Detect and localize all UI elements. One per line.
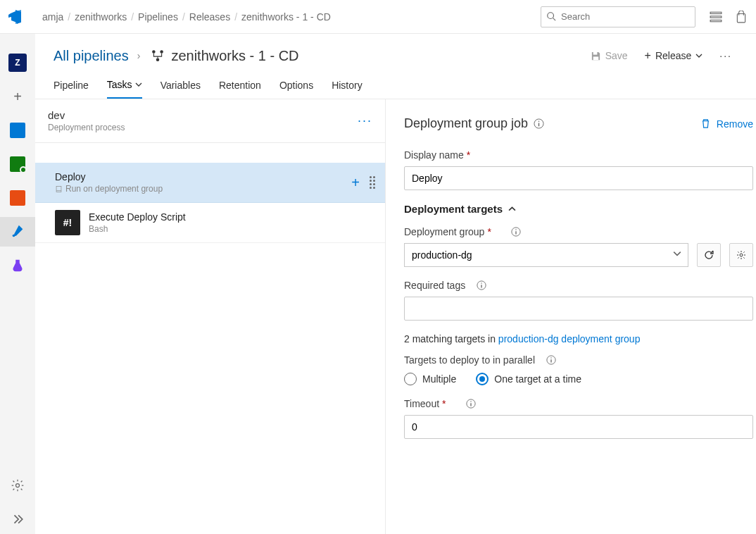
add-project-button[interactable]: + <box>0 82 35 111</box>
manage-button[interactable] <box>729 243 753 267</box>
field-display-name: Display name * <box>404 149 756 190</box>
tab-tasks[interactable]: Tasks <box>107 72 142 99</box>
nav-pipelines[interactable] <box>0 217 35 247</box>
server-icon <box>55 185 63 193</box>
task-title: Execute Deploy Script <box>89 211 375 223</box>
stage-more-button[interactable]: ··· <box>358 113 372 128</box>
tab-pipeline[interactable]: Pipeline <box>53 72 89 99</box>
nav-settings[interactable] <box>0 471 35 500</box>
svg-point-0 <box>548 12 554 18</box>
tasks-column: dev Deployment process ··· Deploy Run on… <box>35 99 386 534</box>
svg-point-7 <box>16 484 20 488</box>
svg-point-6 <box>13 235 15 237</box>
top-bar: amja/ zenithworks/ Pipelines/ Releases/ … <box>0 0 756 34</box>
svg-point-20 <box>515 229 516 230</box>
left-nav-rail: Z + <box>0 34 35 534</box>
nav-test-plans[interactable] <box>0 251 35 280</box>
more-actions-button[interactable]: ··· <box>714 47 738 64</box>
field-deployment-group: Deployment group * production-dg <box>404 226 756 267</box>
display-name-input[interactable] <box>404 166 753 190</box>
breadcrumb: amja/ zenithworks/ Pipelines/ Releases/ … <box>42 11 541 23</box>
stage-header[interactable]: dev Deployment process ··· <box>35 99 385 143</box>
search-icon <box>546 11 556 21</box>
tab-options[interactable]: Options <box>279 72 313 99</box>
svg-rect-13 <box>56 186 61 192</box>
breadcrumb-item[interactable]: zenithworks <box>75 11 127 23</box>
svg-rect-2 <box>710 12 722 13</box>
project-avatar[interactable]: Z <box>0 48 35 77</box>
save-button: Save <box>585 47 634 64</box>
add-task-button[interactable]: + <box>351 175 360 191</box>
section-header-targets[interactable]: Deployment targets <box>404 203 756 215</box>
release-button[interactable]: +Release <box>639 46 709 65</box>
svg-point-8 <box>153 50 156 54</box>
pipeline-title: zenithworks - 1 - CD <box>171 48 298 64</box>
nav-pipelines-alt[interactable] <box>0 183 35 213</box>
svg-line-1 <box>553 18 556 20</box>
tab-bar: Pipeline Tasks Variables Retention Optio… <box>35 72 756 99</box>
field-timeout: Timeout * <box>404 398 756 439</box>
work-items-icon[interactable] <box>710 11 722 23</box>
pipeline-icon <box>151 49 164 62</box>
tab-history[interactable]: History <box>332 72 363 99</box>
info-icon[interactable] <box>534 118 544 129</box>
svg-rect-12 <box>593 56 598 60</box>
breadcrumb-item[interactable]: amja <box>42 11 63 23</box>
detail-panel: Deployment group job Remove Display name… <box>386 99 756 534</box>
deployment-group-link[interactable]: production-dg deployment group <box>498 333 641 344</box>
svg-point-9 <box>160 50 164 54</box>
svg-point-30 <box>470 401 471 402</box>
azure-devops-logo[interactable] <box>8 8 25 25</box>
breadcrumb-item[interactable]: Releases <box>189 11 230 23</box>
search-input[interactable] <box>541 6 695 27</box>
task-row-bash[interactable]: #! Execute Deploy Script Bash <box>35 203 385 243</box>
deployment-group-select[interactable]: production-dg <box>404 243 688 267</box>
task-title: Deploy <box>55 171 351 182</box>
radio-multiple[interactable]: Multiple <box>404 373 456 385</box>
chevron-right-icon: › <box>137 50 141 61</box>
task-subtitle: Run on deployment group <box>55 184 351 194</box>
remove-button[interactable]: Remove <box>700 118 756 130</box>
chevron-up-icon <box>508 205 516 213</box>
field-parallel: Targets to deploy to in parallel Multipl… <box>404 354 756 385</box>
refresh-button[interactable] <box>697 243 721 267</box>
timeout-input[interactable] <box>404 415 753 439</box>
info-icon[interactable] <box>477 280 486 290</box>
svg-rect-11 <box>593 51 597 54</box>
info-icon[interactable] <box>466 399 476 409</box>
nav-repos[interactable] <box>0 149 35 179</box>
svg-point-27 <box>550 357 551 358</box>
shopping-bag-icon[interactable] <box>735 11 748 23</box>
info-icon[interactable] <box>546 355 556 365</box>
breadcrumb-item[interactable]: zenithworks - 1 - CD <box>241 11 331 23</box>
all-pipelines-link[interactable]: All pipelines <box>53 48 129 64</box>
task-row-deploy-job[interactable]: Deploy Run on deployment group + <box>35 163 385 203</box>
bash-task-icon: #! <box>55 210 80 235</box>
stage-name: dev <box>48 109 358 121</box>
matching-targets-text: 2 matching targets in production-dg depl… <box>404 333 756 344</box>
stage-subtitle: Deployment process <box>48 123 358 132</box>
required-tags-input[interactable] <box>404 297 753 321</box>
nav-collapse[interactable] <box>0 504 35 534</box>
svg-point-17 <box>538 120 540 122</box>
svg-point-24 <box>481 282 481 283</box>
task-subtitle: Bash <box>89 224 375 234</box>
info-icon[interactable] <box>511 227 521 237</box>
tab-retention[interactable]: Retention <box>219 72 261 99</box>
trash-icon <box>700 118 711 129</box>
detail-title: Deployment group job <box>404 116 528 131</box>
nav-boards[interactable] <box>0 116 35 145</box>
svg-point-10 <box>156 58 160 61</box>
breadcrumb-item[interactable]: Pipelines <box>138 11 178 23</box>
drag-handle-icon[interactable] <box>370 176 375 189</box>
chevron-down-icon <box>135 81 142 88</box>
svg-rect-4 <box>710 20 722 21</box>
search-box <box>541 6 695 27</box>
svg-point-21 <box>740 254 743 256</box>
field-required-tags: Required tags <box>404 280 756 321</box>
radio-one-at-a-time[interactable]: One target at a time <box>476 373 581 385</box>
title-row: All pipelines › zenithworks - 1 - CD Sav… <box>35 34 756 72</box>
tab-variables[interactable]: Variables <box>160 72 201 99</box>
svg-rect-3 <box>710 15 722 17</box>
